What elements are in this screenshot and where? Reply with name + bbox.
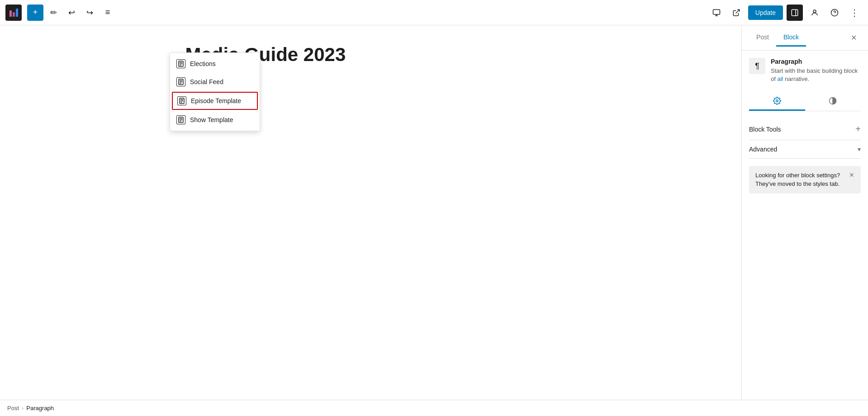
redo-icon: ↪: [86, 8, 93, 18]
sidebar-icon: [791, 9, 799, 17]
info-box-close-button[interactable]: ✕: [849, 171, 854, 179]
more-options-button[interactable]: ⋮: [846, 5, 863, 21]
dropdown-item-show-template[interactable]: Show Template: [170, 111, 260, 129]
logo-bar-3: [16, 9, 18, 17]
breadcrumb-separator: ›: [22, 405, 24, 411]
list-icon: ≡: [105, 8, 110, 17]
show-template-icon: [176, 115, 185, 124]
help-button[interactable]: [826, 5, 843, 21]
wp-logo-inner: [9, 8, 19, 18]
paragraph-block-icon: ¶: [749, 58, 765, 74]
user-icon: [811, 9, 819, 17]
svg-point-25: [776, 100, 778, 102]
block-desc-link[interactable]: all: [777, 76, 783, 82]
svg-rect-0: [713, 9, 720, 14]
breadcrumb-post[interactable]: Post: [7, 405, 19, 411]
svg-point-6: [813, 10, 816, 13]
preview-button[interactable]: [708, 5, 725, 21]
right-sidebar: Post Block ✕ ¶ Paragraph Start with the …: [741, 25, 868, 400]
editor-area[interactable]: Media Guide 2023 /pattern Elections Soci…: [0, 25, 741, 400]
styles-icon-tab[interactable]: [805, 92, 861, 111]
logo-bar-2: [13, 12, 15, 17]
sidebar-close-button[interactable]: ✕: [846, 31, 861, 45]
block-tools-title: Block Tools: [749, 126, 781, 133]
sidebar-toggle-button[interactable]: [787, 5, 803, 21]
advanced-title: Advanced: [749, 146, 777, 153]
episode-template-label: Episode Template: [191, 97, 241, 104]
breadcrumb-paragraph[interactable]: Paragraph: [26, 405, 54, 411]
ellipsis-icon: ⋮: [850, 7, 859, 18]
block-name: Paragraph: [771, 58, 861, 65]
user-button[interactable]: [806, 5, 823, 21]
main-toolbar: + ✏ ↩ ↪ ≡ Update ⋮: [0, 0, 868, 25]
sidebar-body: ¶ Paragraph Start with the basic buildin…: [742, 51, 868, 400]
redo-button[interactable]: ↪: [81, 5, 98, 21]
dropdown-item-episode-template[interactable]: Episode Template: [172, 92, 258, 110]
info-box: Looking for other block settings? They'v…: [749, 166, 861, 193]
elections-icon: [176, 59, 185, 68]
block-description-container: Paragraph Start with the basic building …: [771, 58, 861, 83]
undo-button[interactable]: ↩: [63, 5, 80, 21]
sidebar-icon-tabs: [749, 92, 861, 111]
gear-icon: [773, 97, 781, 105]
block-tools-add[interactable]: +: [855, 124, 861, 134]
tab-block[interactable]: Block: [776, 29, 806, 47]
chevron-down-icon: ▾: [858, 146, 861, 153]
list-view-button[interactable]: ≡: [100, 5, 116, 21]
pencil-icon: ✏: [50, 8, 57, 18]
elections-label: Elections: [190, 60, 216, 67]
bottom-bar: Post › Paragraph: [0, 400, 868, 416]
desktop-icon: [712, 9, 721, 17]
view-button[interactable]: [728, 5, 745, 21]
tab-post[interactable]: Post: [749, 29, 776, 47]
toolbar-right: Update ⋮: [708, 5, 863, 21]
block-desc: Start with the basic building block of a…: [771, 67, 861, 83]
block-tools-section: Block Tools +: [749, 118, 861, 140]
wp-logo: [5, 5, 22, 21]
advanced-header[interactable]: Advanced ▾: [749, 140, 861, 159]
add-block-button[interactable]: +: [27, 5, 43, 21]
plus-icon: +: [33, 8, 38, 17]
main-layout: Media Guide 2023 /pattern Elections Soci…: [0, 25, 868, 400]
sidebar-tabs: Post Block: [749, 29, 806, 47]
help-icon: [830, 9, 839, 17]
sidebar-header: Post Block ✕: [742, 25, 868, 51]
undo-icon: ↩: [68, 8, 75, 18]
toolbar-left: + ✏ ↩ ↪ ≡: [5, 5, 116, 21]
block-info: ¶ Paragraph Start with the basic buildin…: [749, 58, 861, 83]
logo-bars: [9, 9, 18, 17]
external-link-icon: [732, 9, 740, 17]
settings-icon-tab[interactable]: [749, 92, 805, 111]
social-feed-icon: [176, 77, 185, 86]
episode-template-icon: [177, 96, 186, 105]
dropdown-item-elections[interactable]: Elections: [170, 55, 260, 73]
svg-line-3: [735, 9, 739, 13]
logo-bar-1: [9, 10, 12, 17]
advanced-chevron[interactable]: ▾: [858, 146, 861, 153]
styles-icon: [829, 97, 837, 105]
close-icon: ✕: [851, 33, 857, 42]
advanced-section: Advanced ▾: [749, 140, 861, 159]
svg-rect-4: [792, 9, 798, 16]
show-template-label: Show Template: [190, 116, 233, 123]
add-block-tools-icon: +: [855, 124, 861, 134]
block-tools-header[interactable]: Block Tools +: [749, 118, 861, 140]
social-feed-label: Social Feed: [190, 78, 223, 85]
info-close-icon: ✕: [849, 171, 854, 179]
paragraph-icon: ¶: [755, 61, 759, 71]
info-box-text: Looking for other block settings? They'v…: [755, 171, 845, 188]
tools-button[interactable]: ✏: [45, 5, 62, 21]
dropdown-item-social-feed[interactable]: Social Feed: [170, 73, 260, 91]
block-type-dropdown: Elections Social Feed Episode Template S…: [170, 52, 260, 131]
update-button[interactable]: Update: [748, 5, 783, 20]
